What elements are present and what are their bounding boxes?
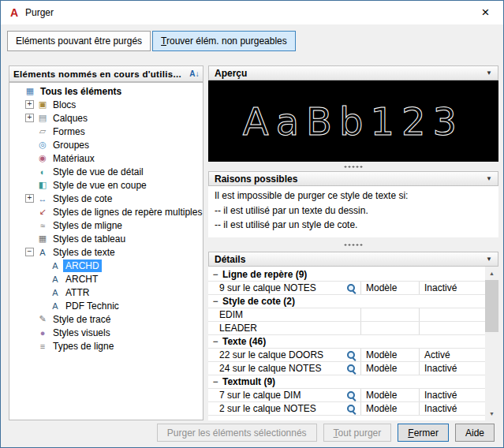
details-item-status: Activé [420,349,485,361]
tree-item-label: ARCHD [63,259,102,272]
collapse-icon[interactable]: − [212,296,218,307]
text-style-item-icon: A [50,261,61,271]
tree-item-types-de-ligne[interactable]: ≡Types de ligne [9,339,203,353]
tree-header: Eléments nommés en cours d'utilis... A↓ [9,65,203,82]
expand-icon[interactable]: + [25,100,34,109]
details-row-24-sur-le-calque-notes[interactable]: 24 sur le calque NOTESModèleInactivé [208,362,485,375]
tree-item-label: Style de vue de détail [50,166,146,178]
details-group-label: Texte (46) [222,336,266,347]
visual-style-icon: ● [37,328,48,338]
details-group-texte-46[interactable]: −Texte (46) [208,335,485,349]
tree-item-label: Types de ligne [50,340,116,353]
details-row-leader[interactable]: LEADER [208,322,485,335]
splitter-handle[interactable] [208,237,498,252]
empty-icon-cell [342,308,361,321]
zoom-icon-cell [342,362,361,375]
scrollbar-thumb[interactable] [485,280,498,332]
tree-item-label: Style de vue en coupe [50,179,149,192]
zoom-icon[interactable] [346,283,357,293]
zoom-icon[interactable] [346,390,357,401]
details-header-label: Détails [215,254,245,265]
tree-item-label: Matériaux [50,152,97,165]
chevron-down-icon[interactable]: ▼ [486,256,492,263]
zoom-icon-cell [342,402,361,415]
dimension-style-icon: ↔ [37,194,48,203]
linetype-icon: ≡ [37,342,48,351]
details-group-textmult-9[interactable]: −Textmult (9) [208,375,485,389]
chevron-down-icon[interactable]: ▼ [486,69,492,77]
details-area: −Ligne de repère (9)9 sur le calque NOTE… [208,267,498,420]
collapse-icon[interactable]: − [212,336,218,347]
details-item-name: 9 sur le calque NOTES [208,282,342,294]
details-group-label: Style de cote (2) [222,296,295,307]
details-row-edim[interactable]: EDIM [208,308,485,322]
expand-icon[interactable]: + [25,194,34,203]
zoom-icon[interactable] [346,404,357,414]
tree-header-label: Eléments nommés en cours d'utilis... [13,69,181,79]
expand-icon[interactable]: + [25,114,34,122]
tree-item-styles-de-lignes-de-repere-multiples[interactable]: ↙Styles de lignes de repère multiples [9,205,203,218]
tree-item-style-de-trace[interactable]: ✎Style de tracé [9,312,203,326]
text-style-icon: A [37,248,48,257]
named-items-panel: Eléments nommés en cours d'utilis... A↓ … [9,65,203,420]
details-scrollbar[interactable]: ▲ ▼ [485,267,498,420]
tree-item-groupes[interactable]: ◎Groupes [9,138,203,151]
tree-item-styles-de-mligne[interactable]: ≈Styles de mligne [9,218,203,232]
tree-item-tous-les-elements[interactable]: ▦Tous les éléments [9,84,203,98]
window-title: Purger [25,7,54,18]
tree-item-styles-de-cote[interactable]: +↔Styles de cote [9,192,203,205]
details-item-space [361,322,420,334]
tree-item-attr[interactable]: AATTR [9,286,203,299]
details-item-name: 22 sur le calque DOORS [208,349,342,361]
tree-item-archt[interactable]: AARCHT [9,272,203,286]
all-elements-icon: ▦ [24,86,35,96]
tree-item-styles-visuels[interactable]: ●Styles visuels [9,326,203,339]
tree-item-styles-de-tableau[interactable]: ▦Styles de tableau [9,232,203,245]
collapse-icon[interactable]: − [25,248,34,256]
close-button[interactable]: Fermer [398,424,449,442]
details-section-header: Détails ▼ [208,252,498,267]
tree-item-label: ARCHT [63,273,100,286]
tree-item-pdf-technic[interactable]: APDF Technic [9,299,203,312]
tree-item-archd[interactable]: AARCHD [9,259,203,272]
tree-item-styles-de-texte[interactable]: −AStyles de texte [9,245,203,259]
splitter-handle[interactable] [208,162,498,171]
scroll-down-button[interactable]: ▼ [485,407,498,420]
reasons-section-header: Raisons possibles ▼ [208,171,498,186]
details-item-name: 2 sur le calque NOTES [208,402,342,415]
details-row-9-sur-le-calque-notes[interactable]: 9 sur le calque NOTESModèleInactivé [208,282,485,295]
details-row-7-sur-le-calque-dim[interactable]: 7 sur le calque DIMModèleInactivé [208,389,485,402]
zoom-icon[interactable] [346,364,357,374]
tree-item-style-de-vue-en-coupe[interactable]: ◧Style de vue en coupe [9,178,203,192]
close-button[interactable]: × [468,1,503,24]
tree-item-calques[interactable]: +▤Calques [9,111,203,125]
table-style-icon: ▦ [37,233,48,244]
purge-dialog: A Purger × Eléments pouvant être purgésT… [0,0,504,448]
collapse-icon[interactable]: − [212,269,218,280]
tree-item-materiaux[interactable]: ◉Matériaux [9,151,203,165]
tree-item-label: Calques [50,112,90,125]
details-item-name: EDIM [208,308,342,321]
reason-line: Il est impossible de purger ce style de … [215,189,492,203]
details-row-2-sur-le-calque-notes[interactable]: 2 sur le calque NOTESModèleInactivé [208,402,485,416]
chevron-down-icon[interactable]: ▼ [486,175,492,182]
tree-item-formes[interactable]: ▱Formes [9,125,203,138]
details-item-space: Modèle [361,402,420,415]
details-row-22-sur-le-calque-doors[interactable]: 22 sur le calque DOORSModèleActivé [208,349,485,362]
scroll-up-button[interactable]: ▲ [485,267,498,280]
collapse-icon[interactable]: − [212,376,218,387]
details-group-style-de-cote-2[interactable]: −Style de cote (2) [208,295,485,308]
details-item-status: Inactivé [420,389,485,401]
tree-item-label: PDF Technic [63,300,121,312]
info-panel: Aperçu ▼ AaBb123 Raisons possibles ▼ Il … [208,65,498,420]
sort-icon[interactable]: A↓ [189,69,200,78]
tab-purgeable[interactable]: Eléments pouvant être purgés [7,31,151,51]
tab-non-purgeable[interactable]: Trouver élém. non purgeables [152,31,296,51]
tree: ▦Tous les éléments+▣Blocs+▤Calques▱Forme… [9,82,203,420]
details-group-ligne-de-repere-9[interactable]: −Ligne de repère (9) [208,268,485,282]
help-button[interactable]: Aide [455,424,495,442]
details-table: −Ligne de repère (9)9 sur le calque NOTE… [208,267,485,420]
tree-item-blocs[interactable]: +▣Blocs [9,98,203,111]
zoom-icon[interactable] [346,350,357,360]
tree-item-style-de-vue-de-detail[interactable]: ◐Style de vue de détail [9,165,203,178]
